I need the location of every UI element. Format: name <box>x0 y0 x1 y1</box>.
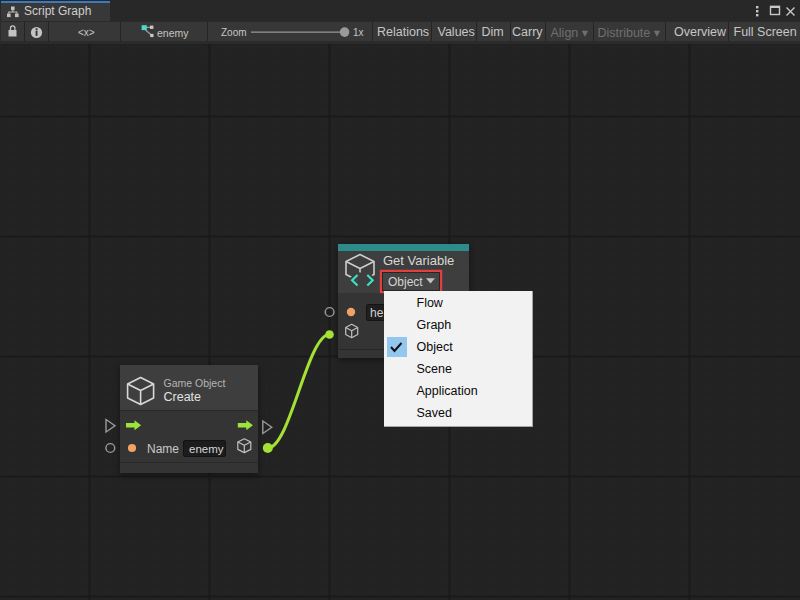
svg-text:<x>: <x> <box>78 27 95 38</box>
